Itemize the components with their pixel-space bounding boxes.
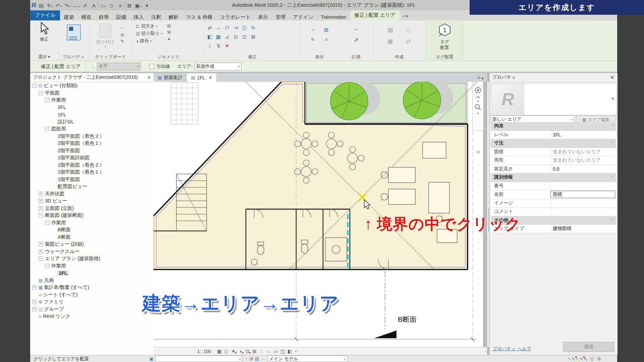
tree-sections[interactable]: − 断面図 (建築断面) [30, 212, 154, 219]
trim-icon[interactable]: ⊓ [225, 25, 229, 31]
tree-toggle[interactable]: + [39, 199, 43, 203]
chevron-down-icon[interactable]: ▼ [611, 97, 614, 101]
tree-view[interactable]: 1階平面詳細図 [30, 154, 154, 162]
rotate-icon[interactable]: ↻ [251, 25, 256, 31]
tree-view[interactable]: 1階平面図（着色２） [30, 162, 154, 169]
tree-views[interactable]: − ⊡ ビュー (分類順) [30, 82, 154, 89]
tree-ceiling[interactable]: + 天井伏図 [30, 190, 154, 198]
design-option-select[interactable]: メイン モデル∨ [267, 356, 348, 362]
tree-toggle[interactable]: − [39, 256, 43, 261]
tree-toggle[interactable]: − [45, 221, 49, 225]
sun-path-icon[interactable]: ✶ [230, 349, 237, 354]
tree-sheets-use[interactable]: − 図面用 [30, 125, 154, 133]
offset-icon[interactable]: ⇥ [234, 25, 238, 31]
tree-view[interactable]: B断面 [30, 226, 154, 234]
filter-icon[interactable]: ▽ [590, 356, 594, 362]
property-row[interactable]: 算定高さ 0.0 [491, 165, 616, 174]
close-icon[interactable]: ✕ [610, 75, 614, 80]
property-row[interactable]: 周長 含まれていないエリア [491, 156, 616, 165]
property-value[interactable]: 含まれていないエリア [550, 156, 616, 165]
tree-toggle[interactable]: + [39, 192, 43, 196]
properties-button[interactable] [67, 24, 81, 41]
override-icon[interactable]: ✎ [310, 37, 316, 42]
type-preview[interactable]: R ▼ [491, 83, 617, 115]
ribbon-tab[interactable]: 注釈 [147, 12, 165, 21]
mirror-icon[interactable]: ◧ [207, 34, 212, 40]
tree-groups[interactable]: + ◫ グループ [30, 306, 154, 313]
select-links-icon[interactable]: ↖ [568, 356, 572, 362]
tree-toggle[interactable]: + [39, 206, 43, 210]
tree-view[interactable]: 1階平面図 [30, 176, 154, 183]
apply-button[interactable]: 適用 [563, 342, 614, 352]
tree-view[interactable]: 2階平面図（着色２） [30, 133, 154, 140]
create-assembly-icon[interactable]: ⇄ [405, 37, 412, 45]
tree-view[interactable]: 2階平面図（着色１） [30, 140, 154, 147]
tree-view[interactable]: 2FL [30, 104, 154, 111]
unpin-icon[interactable]: ⊠ [251, 34, 256, 40]
crop-view-icon[interactable]: ⊡ [244, 349, 251, 354]
split-icon[interactable]: ⊟ [234, 34, 238, 40]
create-similar-icon[interactable]: ▦ [387, 26, 394, 34]
visual-style-icon[interactable]: ◻ [223, 349, 230, 354]
drag-elements-icon[interactable]: ↖ [584, 356, 588, 362]
worksets-icon[interactable]: ▣ [149, 356, 153, 361]
scale-control[interactable]: 1 : 100 [197, 349, 211, 354]
select-faces-icon[interactable]: ↖ [580, 356, 584, 362]
tree-view[interactable]: 1FL [30, 111, 154, 118]
hide-icon[interactable]: ▨ [323, 27, 330, 32]
steering-wheel-icon[interactable] [474, 87, 482, 95]
demolish-icon[interactable]: ⚒ [166, 30, 172, 35]
property-row[interactable]: 識別情報 [491, 173, 616, 182]
property-value[interactable] [550, 182, 616, 190]
tree-3d[interactable]: + 3D ビュー [30, 197, 154, 205]
tab-file[interactable]: ファイル [30, 10, 60, 20]
measure-icon[interactable]: ⇗ [81, 2, 90, 9]
aligned-dimension-icon[interactable]: ⇗ [353, 36, 360, 44]
viewcube-close-icon[interactable]: ⊗ [477, 75, 481, 80]
tree-schedules[interactable]: + ▦ 集計表/数量 (すべて) [30, 284, 154, 291]
tree-toggle[interactable]: − [39, 91, 43, 95]
thin-lines-icon[interactable]: ≡ [116, 2, 125, 9]
tree-work[interactable]: − 作業用 [30, 97, 154, 104]
property-value[interactable]: 0.0 [550, 165, 616, 173]
tab-list-icon[interactable]: ▼ [481, 77, 487, 82]
cut-icon[interactable]: ✂ [119, 25, 126, 31]
tree-view-active[interactable]: 1FL [30, 269, 154, 277]
file-menu-icon[interactable]: ▤ [37, 2, 46, 9]
background-process-icon[interactable]: ◌ [587, 356, 590, 362]
array-icon[interactable]: ▦ [216, 34, 221, 40]
ribbon-tab[interactable]: 鉄骨 [95, 12, 112, 21]
tree-families[interactable]: + ⊞ ファミリ [30, 298, 154, 306]
scroll-right-icon[interactable]: › [485, 349, 486, 353]
property-value[interactable]: 含まれていないエリア [550, 148, 616, 156]
undo-icon[interactable]: ↶ [54, 2, 63, 9]
ribbon-tab[interactable]: 構造 [77, 12, 95, 21]
property-value[interactable] [550, 199, 616, 207]
tree-work[interactable]: − 作業用 [30, 262, 154, 270]
copy-to-clipboard-icon[interactable]: ▣ [119, 32, 126, 37]
measure-between-icon[interactable]: ↔ [353, 25, 360, 32]
tab-modify-place-area[interactable]: 修正 | 配置 エリア [350, 10, 400, 20]
property-row[interactable]: 名前 面積 [491, 190, 616, 199]
constraints-icon[interactable]: ◧ [286, 349, 293, 354]
area-select[interactable]: 新規作成∨ [195, 63, 241, 70]
ribbon-tab[interactable]: アドイン [289, 12, 317, 21]
panel-label-properties[interactable]: プロパティ [58, 54, 89, 60]
temporary-hide-icon[interactable]: ◌ [258, 349, 265, 354]
tree-areaplans[interactable]: − エリア プラン (建築面積) [30, 255, 154, 262]
property-row[interactable]: 寸法 [491, 139, 616, 148]
ribbon-display-toggle[interactable]: ▭▾ [400, 12, 411, 20]
tree-view[interactable]: 設計GL [30, 118, 154, 126]
tree-walkthrough[interactable]: + ウォークスルー [30, 248, 154, 255]
cut-button[interactable]: ◎切り取り▾ [136, 31, 162, 37]
ribbon-tab[interactable]: 管理 [272, 12, 289, 21]
zoom-dropdown-icon[interactable]: ▾ [477, 112, 479, 115]
ribbon-tab[interactable]: マス & 外構 [182, 12, 216, 21]
orientation-select[interactable]: 水平∨ [97, 63, 141, 70]
tree-toggle[interactable]: + [32, 307, 37, 311]
redo-icon[interactable]: ↷ [63, 2, 72, 9]
select-underlay-icon[interactable]: ↖ [572, 356, 576, 362]
tree-sheets[interactable]: ▱ シート (すべて) [30, 291, 154, 299]
crop-region-icon[interactable]: ⊠ [251, 349, 258, 354]
ribbon-tab[interactable]: Twinmotion [317, 12, 350, 21]
